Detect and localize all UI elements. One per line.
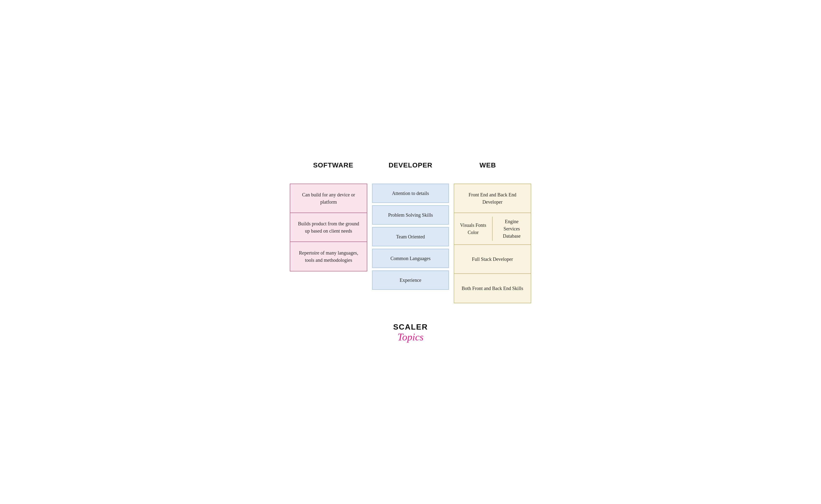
developer-cell-1: Attention to details	[372, 184, 449, 203]
web-cell-4-text: Both Front and Back End Skills	[462, 285, 523, 292]
developer-cell-2: Problem Solving Skills	[372, 205, 449, 225]
developer-cell-5: Experience	[372, 270, 449, 290]
branding: SCALER Topics	[393, 323, 428, 343]
software-cell-1: Can build for any device or platform	[290, 184, 367, 213]
developer-column: Attention to details Problem Solving Ski…	[367, 184, 453, 290]
web-cell-split: Visuals Fonts Color Engine Services Data…	[454, 213, 531, 245]
web-cell-4: Both Front and Back End Skills	[454, 274, 531, 303]
header-software: SOFTWARE	[295, 161, 372, 169]
header-developer: DEVELOPER	[372, 161, 449, 169]
web-cell-3: Full Stack Developer	[454, 245, 531, 274]
developer-cell-3: Team Oriented	[372, 227, 449, 246]
web-cell-1-text: Front End and Back End Developer	[460, 191, 525, 206]
web-cell-split-left: Visuals Fonts Color	[454, 217, 493, 241]
software-cell-3: Repertoire of many languages, tools and …	[290, 242, 367, 271]
brand-scaler-text: SCALER	[393, 323, 428, 331]
software-column: Can build for any device or platform Bui…	[290, 184, 367, 271]
main-grid: Can build for any device or platform Bui…	[290, 184, 531, 303]
web-cell-3-text: Full Stack Developer	[472, 255, 513, 263]
developer-cell-4: Common Languages	[372, 249, 449, 268]
software-cell-2: Builds product from the ground up based …	[290, 213, 367, 242]
web-cell-split-right: Engine Services Database	[493, 213, 531, 244]
headers-row: SOFTWARE DEVELOPER WEB	[290, 161, 531, 169]
page-wrapper: SOFTWARE DEVELOPER WEB Can build for any…	[290, 161, 531, 343]
header-web: WEB	[449, 161, 526, 169]
web-cell-1: Front End and Back End Developer	[454, 184, 531, 213]
web-column: Front End and Back End Developer Visuals…	[454, 184, 531, 303]
brand-topics-text: Topics	[397, 331, 424, 343]
